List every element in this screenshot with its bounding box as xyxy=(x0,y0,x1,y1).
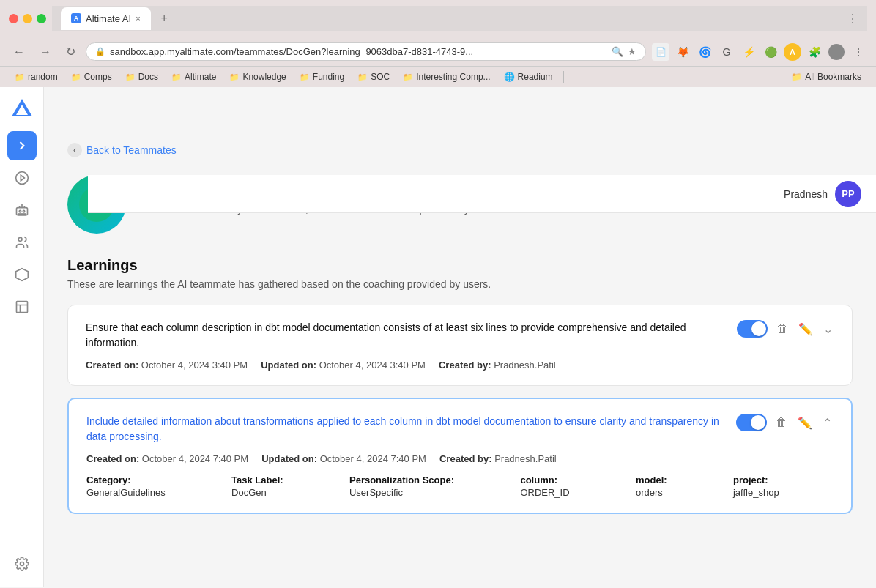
card-1-toggle[interactable] xyxy=(737,320,768,338)
address-bar[interactable]: 🔒 sandbox.app.myaltimate.com/teammates/D… xyxy=(86,42,646,61)
column-label: column: xyxy=(520,475,624,485)
card-2-text: Include detailed information about trans… xyxy=(86,414,727,444)
bookmark-random[interactable]: 📁 random xyxy=(9,70,64,84)
app-header: Pradnesh PP xyxy=(88,175,876,213)
category-group: Category: GeneralGuidelines xyxy=(86,475,220,498)
card-2-edit-button[interactable]: ✏️ xyxy=(796,414,814,431)
sidebar-item-users[interactable] xyxy=(7,228,37,257)
bookmark-altimate-label: Altimate xyxy=(185,72,216,82)
extension-icon-7[interactable]: A xyxy=(784,43,801,61)
sidebar-item-robot[interactable] xyxy=(7,196,37,225)
bookmark-comps-label: Comps xyxy=(84,72,112,82)
bookmark-docs[interactable]: 📁 Docs xyxy=(119,70,164,84)
maximize-traffic-light[interactable] xyxy=(37,14,46,23)
folder-icon-all: 📁 xyxy=(791,72,802,82)
browser-menu-button[interactable]: ⋮ xyxy=(850,43,867,61)
created-by-label-2: Created by: xyxy=(439,453,492,464)
toggle-knob xyxy=(751,321,766,336)
bookmark-altimate[interactable]: 📁 Altimate xyxy=(166,70,222,84)
card-2-meta: Created on: October 4, 2024 7:40 PM Upda… xyxy=(86,453,834,464)
bookmark-readium-label: Readium xyxy=(518,72,553,82)
all-bookmarks-label: All Bookmarks xyxy=(805,72,861,82)
url-text: sandbox.app.myaltimate.com/teammates/Doc… xyxy=(110,46,607,57)
model-group: model: orders xyxy=(636,475,721,498)
forward-button[interactable]: → xyxy=(35,42,56,62)
avatar-initials: PP xyxy=(842,188,854,199)
svg-rect-6 xyxy=(16,302,27,313)
bookmark-knowledge[interactable]: 📁 Knowledge xyxy=(223,70,292,84)
extension-icon-6[interactable]: 🟢 xyxy=(762,43,779,61)
category-value: GeneralGuidelines xyxy=(86,487,220,498)
card-2-delete-button[interactable]: 🗑 xyxy=(774,414,789,431)
bookmark-interesting[interactable]: 📁 Interesting Comp... xyxy=(397,70,496,84)
back-button[interactable]: ← xyxy=(9,42,29,62)
svg-point-7 xyxy=(20,562,23,566)
bookmark-interesting-label: Interesting Comp... xyxy=(416,72,490,82)
column-group: column: ORDER_ID xyxy=(520,475,624,498)
bookmark-star-icon[interactable]: ★ xyxy=(628,46,636,57)
card-2-updated-on: October 4, 2024 7:40 PM xyxy=(320,453,426,464)
back-to-teammates-link[interactable]: ‹ Back to Teammates xyxy=(67,143,853,157)
card-1-created-by: Pradnesh.Patil xyxy=(494,360,556,371)
folder-icon: 📁 xyxy=(15,72,25,82)
extension-icon-3[interactable]: 🌀 xyxy=(696,43,713,61)
folder-icon: 📁 xyxy=(171,72,182,82)
sidebar-item-settings[interactable] xyxy=(7,549,37,578)
extension-icon-4[interactable]: G xyxy=(718,43,735,61)
svg-rect-3 xyxy=(18,214,24,215)
svg-marker-5 xyxy=(15,269,28,281)
close-traffic-light[interactable] xyxy=(9,14,18,23)
profile-avatar[interactable] xyxy=(828,43,845,61)
bookmark-soc[interactable]: 📁 SOC xyxy=(352,70,396,84)
card-2-actions: 🗑 ✏️ ⌃ xyxy=(736,414,834,431)
bookmark-readium[interactable]: 🌐 Readium xyxy=(498,70,559,84)
created-on-label-2: Created on: xyxy=(86,453,139,464)
extension-icon-5[interactable]: ⚡ xyxy=(740,43,757,61)
bookmark-comps[interactable]: 📁 Comps xyxy=(65,70,118,84)
window-menu-button[interactable]: ⋮ xyxy=(847,12,858,26)
minimize-traffic-light[interactable] xyxy=(23,14,32,23)
globe-icon: 🌐 xyxy=(504,72,515,82)
extensions-button[interactable]: 🧩 xyxy=(806,43,823,61)
active-tab[interactable]: A Altimate AI × xyxy=(61,7,151,30)
card-1-text: Ensure that each column description in d… xyxy=(86,320,728,351)
task-label: Task Label: xyxy=(231,475,338,485)
folder-icon: 📁 xyxy=(403,72,413,82)
tab-close-button[interactable]: × xyxy=(136,14,140,23)
sidebar-item-hexagon[interactable] xyxy=(7,260,37,289)
learning-card-2: Include detailed information about trans… xyxy=(67,398,853,514)
scope-group: Personalization Scope: UserSpecific xyxy=(349,475,508,498)
sidebar-item-nav[interactable] xyxy=(7,131,37,160)
bookmark-funding[interactable]: 📁 Funding xyxy=(294,70,350,84)
extension-icon-1[interactable]: 📄 xyxy=(652,43,669,61)
sidebar-item-launch[interactable] xyxy=(7,163,37,193)
reload-button[interactable]: ↻ xyxy=(62,42,80,62)
project-label: project: xyxy=(733,475,834,485)
sidebar-item-building[interactable] xyxy=(7,292,37,321)
created-by-label: Created by: xyxy=(439,360,491,371)
card-1-meta: Created on: October 4, 2024 3:40 PM Upda… xyxy=(86,360,834,371)
user-avatar[interactable]: PP xyxy=(835,181,861,207)
card-1-expand-button[interactable]: ⌄ xyxy=(822,321,834,338)
column-value: ORDER_ID xyxy=(520,487,624,498)
learnings-description: These are learnings the AI teammate has … xyxy=(67,278,853,290)
card-1-edit-button[interactable]: ✏️ xyxy=(797,321,814,338)
bookmark-soc-label: SOC xyxy=(371,72,390,82)
folder-icon: 📁 xyxy=(357,72,368,82)
new-tab-button[interactable]: + xyxy=(151,6,178,31)
tab-favicon: A xyxy=(71,13,81,23)
card-2-collapse-button[interactable]: ⌃ xyxy=(821,414,834,431)
all-bookmarks-button[interactable]: 📁 All Bookmarks xyxy=(785,70,867,84)
card-2-created-on: October 4, 2024 7:40 PM xyxy=(142,453,248,464)
created-on-label: Created on: xyxy=(86,360,138,371)
bookmark-funding-label: Funding xyxy=(313,72,344,82)
bookmarks-separator xyxy=(563,71,564,83)
card-2-toggle[interactable] xyxy=(736,414,767,431)
username-label: Pradnesh xyxy=(784,188,828,200)
updated-on-label-2: Updated on: xyxy=(261,453,317,464)
card-2-created-by: Pradnesh.Patil xyxy=(494,453,557,464)
extension-icon-2[interactable]: 🦊 xyxy=(674,43,691,61)
app-logo[interactable] xyxy=(9,96,35,122)
card-1-delete-button[interactable]: 🗑 xyxy=(775,321,790,337)
card-1-updated-on: October 4, 2024 3:40 PM xyxy=(319,360,426,371)
